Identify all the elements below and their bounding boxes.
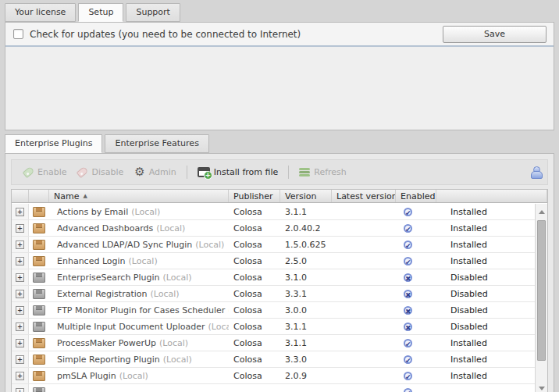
expand-icon[interactable]: + bbox=[16, 241, 24, 249]
expand-icon[interactable]: + bbox=[16, 257, 24, 265]
expand-icon[interactable]: + bbox=[16, 273, 24, 282]
expander-cell: + bbox=[12, 319, 29, 334]
disable-button[interactable]: Disable bbox=[77, 167, 123, 177]
table-row[interactable]: + EnterpriseSearch Plugin(Local) Colosa … bbox=[12, 269, 535, 286]
expand-icon[interactable]: + bbox=[16, 339, 24, 347]
admin-button[interactable]: ⚙ Admin bbox=[134, 166, 176, 178]
refresh-button[interactable]: Refresh bbox=[299, 167, 347, 177]
plugins-table: Name ▲ Publisher Version Latest version … bbox=[11, 189, 548, 392]
plugin-name: Multiple Input Document Uploader(Local) bbox=[49, 319, 229, 334]
plugin-status: Installed bbox=[436, 237, 535, 252]
expand-icon[interactable]: + bbox=[16, 323, 24, 331]
enabled-status-icon: ✔ bbox=[404, 224, 412, 233]
expand-icon[interactable]: + bbox=[16, 306, 24, 315]
header-publisher[interactable]: Publisher bbox=[229, 190, 280, 202]
table-row[interactable]: + ✔ bbox=[12, 384, 535, 392]
table-row[interactable]: + ProcessMaker PowerUp(Local) Colosa 3.1… bbox=[12, 335, 535, 351]
enabled-status-icon: ✖ bbox=[404, 273, 412, 282]
enabled-cell: ✖ bbox=[396, 302, 436, 318]
enabled-cell: ✖ bbox=[396, 269, 436, 285]
table-row[interactable]: + Advanced Dashboards(Local) Colosa 2.0.… bbox=[12, 220, 535, 237]
plugin-version: 2.0.40.2 bbox=[280, 220, 332, 236]
expand-icon[interactable]: + bbox=[16, 355, 24, 364]
header-enabled[interactable]: Enabled bbox=[396, 190, 436, 202]
expand-icon[interactable]: + bbox=[16, 388, 24, 392]
scroll-up-button[interactable] bbox=[536, 205, 547, 218]
scroll-down-button[interactable] bbox=[536, 382, 547, 392]
expand-icon[interactable]: + bbox=[16, 290, 24, 298]
table-header: Name ▲ Publisher Version Latest version … bbox=[12, 190, 547, 203]
plugin-publisher: Colosa bbox=[229, 368, 280, 383]
table-row[interactable]: + Advanced LDAP/AD Sync Plugin(Local) Co… bbox=[12, 237, 535, 253]
enabled-cell: ✔ bbox=[396, 384, 436, 392]
expand-icon[interactable]: + bbox=[16, 224, 24, 233]
tab-enterprise-features[interactable]: Enterprise Features bbox=[105, 134, 208, 153]
header-expander-column bbox=[12, 190, 29, 202]
tab-enterprise-plugins[interactable]: Enterprise Plugins bbox=[5, 134, 102, 153]
install-window-icon bbox=[198, 167, 210, 177]
install-button-label: Install from file bbox=[214, 167, 278, 177]
vertical-scrollbar[interactable] bbox=[535, 204, 547, 392]
plugin-version: 2.0.9 bbox=[280, 368, 332, 383]
enable-button[interactable]: Enable bbox=[23, 167, 66, 177]
enabled-status-icon: ✖ bbox=[404, 290, 412, 298]
plugin-status: Disabled bbox=[436, 319, 535, 334]
sort-asc-icon: ▲ bbox=[83, 193, 87, 199]
expand-icon[interactable]: + bbox=[16, 372, 24, 380]
plugin-icon-cell bbox=[29, 368, 49, 383]
table-row[interactable]: + External Registration(Local) Colosa 3.… bbox=[12, 286, 535, 302]
install-from-file-button[interactable]: Install from file bbox=[198, 167, 278, 177]
plugin-latest-version bbox=[332, 237, 396, 252]
plugin-version: 3.3.0 bbox=[280, 351, 332, 367]
header-version[interactable]: Version bbox=[280, 190, 332, 202]
expander-cell: + bbox=[12, 220, 29, 236]
package-icon bbox=[33, 273, 45, 283]
plugin-publisher: Colosa bbox=[229, 269, 280, 285]
plugin-icon-cell bbox=[29, 335, 49, 351]
enabled-cell: ✔ bbox=[396, 351, 436, 367]
package-icon bbox=[33, 305, 45, 315]
package-icon bbox=[33, 289, 45, 299]
table-row[interactable]: + Simple Reporting Plugin(Local) Colosa … bbox=[12, 351, 535, 368]
tab-setup[interactable]: Setup bbox=[78, 3, 123, 22]
table-row[interactable]: + pmSLA Plugin(Local) Colosa 2.0.9 ✔ Ins… bbox=[12, 368, 535, 384]
plugin-icon-cell bbox=[29, 269, 49, 285]
refresh-button-label: Refresh bbox=[314, 167, 347, 177]
enabled-cell: ✔ bbox=[396, 237, 436, 252]
plugin-name: Actions by Email(Local) bbox=[49, 204, 229, 219]
header-name[interactable]: Name ▲ bbox=[49, 190, 229, 202]
header-latest-version[interactable]: Latest version bbox=[332, 190, 396, 202]
table-row[interactable]: + FTP Monitor Plugin for Cases Scheduler… bbox=[12, 302, 535, 319]
plugin-icon-cell bbox=[29, 384, 49, 392]
enabled-status-icon: ✔ bbox=[404, 208, 412, 216]
package-icon bbox=[33, 371, 45, 381]
enabled-cell: ✖ bbox=[396, 286, 436, 301]
expand-icon[interactable]: + bbox=[16, 208, 24, 216]
tab-your-license[interactable]: Your license bbox=[5, 3, 76, 22]
plugin-name: FTP Monitor Plugin for Cases Scheduler(L… bbox=[49, 302, 229, 318]
scrollbar-thumb[interactable] bbox=[537, 220, 546, 361]
plugin-name: ProcessMaker PowerUp(Local) bbox=[49, 335, 229, 351]
plugins-panel: Enable Disable ⚙ Admin Install from file… bbox=[5, 153, 554, 392]
plugin-status: Installed bbox=[436, 335, 535, 351]
header-icon-column bbox=[29, 190, 49, 202]
enabled-cell: ✔ bbox=[396, 368, 436, 383]
plugin-publisher: Colosa bbox=[229, 220, 280, 236]
enable-button-label: Enable bbox=[37, 167, 66, 177]
plugin-icon-cell bbox=[29, 286, 49, 301]
table-row[interactable]: + Multiple Input Document Uploader(Local… bbox=[12, 319, 535, 335]
check-for-updates-checkbox[interactable] bbox=[13, 29, 23, 39]
package-icon bbox=[33, 240, 45, 250]
user-icon[interactable] bbox=[530, 166, 541, 179]
plugin-status: Installed bbox=[436, 368, 535, 383]
plugin-publisher: Colosa bbox=[229, 351, 280, 367]
save-button[interactable]: Save bbox=[443, 26, 547, 43]
plugin-status: Installed bbox=[436, 351, 535, 367]
table-row[interactable]: + Actions by Email(Local) Colosa 3.1.1 ✔… bbox=[12, 204, 535, 220]
plugin-version: 3.1.1 bbox=[280, 204, 332, 219]
plugin-status: Installed bbox=[436, 253, 535, 269]
table-row[interactable]: + Enhanced Login(Local) Colosa 2.5.0 ✔ I… bbox=[12, 253, 535, 269]
package-icon bbox=[33, 256, 45, 266]
tab-support[interactable]: Support bbox=[126, 3, 180, 22]
plugin-latest-version bbox=[332, 319, 396, 334]
